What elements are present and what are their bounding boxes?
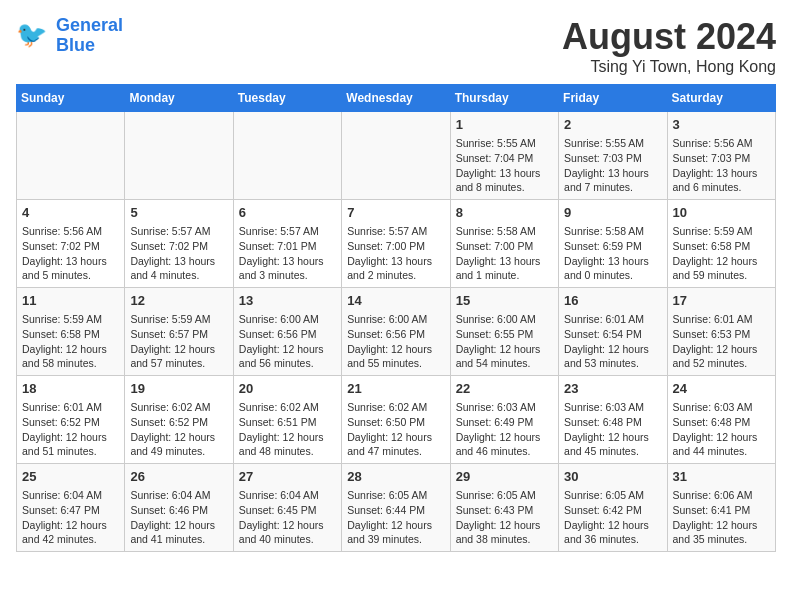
day-info: Sunrise: 6:05 AM Sunset: 6:42 PM Dayligh… (564, 488, 661, 547)
calendar-cell (125, 112, 233, 200)
day-number: 17 (673, 292, 770, 310)
calendar-cell: 25Sunrise: 6:04 AM Sunset: 6:47 PM Dayli… (17, 464, 125, 552)
calendar-cell: 9Sunrise: 5:58 AM Sunset: 6:59 PM Daylig… (559, 200, 667, 288)
day-number: 6 (239, 204, 336, 222)
day-number: 16 (564, 292, 661, 310)
day-info: Sunrise: 6:04 AM Sunset: 6:46 PM Dayligh… (130, 488, 227, 547)
day-info: Sunrise: 5:55 AM Sunset: 7:04 PM Dayligh… (456, 136, 553, 195)
calendar-cell: 5Sunrise: 5:57 AM Sunset: 7:02 PM Daylig… (125, 200, 233, 288)
title-block: August 2024 Tsing Yi Town, Hong Kong (562, 16, 776, 76)
day-number: 8 (456, 204, 553, 222)
calendar-cell: 19Sunrise: 6:02 AM Sunset: 6:52 PM Dayli… (125, 376, 233, 464)
logo-text: General Blue (56, 16, 123, 56)
weekday-header-sunday: Sunday (17, 85, 125, 112)
weekday-header-monday: Monday (125, 85, 233, 112)
day-info: Sunrise: 6:00 AM Sunset: 6:56 PM Dayligh… (239, 312, 336, 371)
calendar-cell (342, 112, 450, 200)
day-info: Sunrise: 6:00 AM Sunset: 6:56 PM Dayligh… (347, 312, 444, 371)
calendar-cell: 16Sunrise: 6:01 AM Sunset: 6:54 PM Dayli… (559, 288, 667, 376)
day-info: Sunrise: 6:02 AM Sunset: 6:52 PM Dayligh… (130, 400, 227, 459)
day-number: 24 (673, 380, 770, 398)
day-info: Sunrise: 5:56 AM Sunset: 7:02 PM Dayligh… (22, 224, 119, 283)
day-number: 5 (130, 204, 227, 222)
day-number: 18 (22, 380, 119, 398)
calendar-cell: 20Sunrise: 6:02 AM Sunset: 6:51 PM Dayli… (233, 376, 341, 464)
day-info: Sunrise: 6:04 AM Sunset: 6:45 PM Dayligh… (239, 488, 336, 547)
calendar-cell: 26Sunrise: 6:04 AM Sunset: 6:46 PM Dayli… (125, 464, 233, 552)
calendar-cell: 29Sunrise: 6:05 AM Sunset: 6:43 PM Dayli… (450, 464, 558, 552)
calendar-cell (233, 112, 341, 200)
day-info: Sunrise: 5:59 AM Sunset: 6:58 PM Dayligh… (673, 224, 770, 283)
calendar-cell: 28Sunrise: 6:05 AM Sunset: 6:44 PM Dayli… (342, 464, 450, 552)
day-info: Sunrise: 6:01 AM Sunset: 6:54 PM Dayligh… (564, 312, 661, 371)
day-number: 9 (564, 204, 661, 222)
day-number: 21 (347, 380, 444, 398)
page-header: 🐦 General Blue August 2024 Tsing Yi Town… (16, 16, 776, 76)
day-number: 3 (673, 116, 770, 134)
day-number: 14 (347, 292, 444, 310)
calendar-cell: 4Sunrise: 5:56 AM Sunset: 7:02 PM Daylig… (17, 200, 125, 288)
weekday-header-row: SundayMondayTuesdayWednesdayThursdayFrid… (17, 85, 776, 112)
day-info: Sunrise: 6:01 AM Sunset: 6:52 PM Dayligh… (22, 400, 119, 459)
day-number: 28 (347, 468, 444, 486)
calendar-cell: 8Sunrise: 5:58 AM Sunset: 7:00 PM Daylig… (450, 200, 558, 288)
calendar-cell: 2Sunrise: 5:55 AM Sunset: 7:03 PM Daylig… (559, 112, 667, 200)
calendar-cell: 18Sunrise: 6:01 AM Sunset: 6:52 PM Dayli… (17, 376, 125, 464)
weekday-header-wednesday: Wednesday (342, 85, 450, 112)
day-info: Sunrise: 6:00 AM Sunset: 6:55 PM Dayligh… (456, 312, 553, 371)
weekday-header-tuesday: Tuesday (233, 85, 341, 112)
day-info: Sunrise: 6:03 AM Sunset: 6:49 PM Dayligh… (456, 400, 553, 459)
day-number: 13 (239, 292, 336, 310)
day-number: 25 (22, 468, 119, 486)
calendar-cell: 7Sunrise: 5:57 AM Sunset: 7:00 PM Daylig… (342, 200, 450, 288)
logo: 🐦 General Blue (16, 16, 123, 56)
calendar-cell: 31Sunrise: 6:06 AM Sunset: 6:41 PM Dayli… (667, 464, 775, 552)
day-number: 1 (456, 116, 553, 134)
day-info: Sunrise: 5:56 AM Sunset: 7:03 PM Dayligh… (673, 136, 770, 195)
calendar-cell: 6Sunrise: 5:57 AM Sunset: 7:01 PM Daylig… (233, 200, 341, 288)
calendar-cell (17, 112, 125, 200)
logo-blue: Blue (56, 35, 95, 55)
weekday-header-friday: Friday (559, 85, 667, 112)
calendar-cell: 10Sunrise: 5:59 AM Sunset: 6:58 PM Dayli… (667, 200, 775, 288)
calendar-cell: 21Sunrise: 6:02 AM Sunset: 6:50 PM Dayli… (342, 376, 450, 464)
calendar-cell: 1Sunrise: 5:55 AM Sunset: 7:04 PM Daylig… (450, 112, 558, 200)
calendar-cell: 3Sunrise: 5:56 AM Sunset: 7:03 PM Daylig… (667, 112, 775, 200)
week-row-1: 1Sunrise: 5:55 AM Sunset: 7:04 PM Daylig… (17, 112, 776, 200)
week-row-5: 25Sunrise: 6:04 AM Sunset: 6:47 PM Dayli… (17, 464, 776, 552)
day-number: 27 (239, 468, 336, 486)
day-number: 20 (239, 380, 336, 398)
day-number: 7 (347, 204, 444, 222)
day-info: Sunrise: 5:58 AM Sunset: 7:00 PM Dayligh… (456, 224, 553, 283)
location-subtitle: Tsing Yi Town, Hong Kong (562, 58, 776, 76)
day-number: 30 (564, 468, 661, 486)
day-number: 4 (22, 204, 119, 222)
week-row-3: 11Sunrise: 5:59 AM Sunset: 6:58 PM Dayli… (17, 288, 776, 376)
calendar-cell: 22Sunrise: 6:03 AM Sunset: 6:49 PM Dayli… (450, 376, 558, 464)
day-number: 11 (22, 292, 119, 310)
day-number: 12 (130, 292, 227, 310)
day-number: 26 (130, 468, 227, 486)
calendar-cell: 27Sunrise: 6:04 AM Sunset: 6:45 PM Dayli… (233, 464, 341, 552)
day-info: Sunrise: 6:01 AM Sunset: 6:53 PM Dayligh… (673, 312, 770, 371)
day-number: 31 (673, 468, 770, 486)
weekday-header-thursday: Thursday (450, 85, 558, 112)
logo-icon: 🐦 (16, 18, 52, 54)
month-year-title: August 2024 (562, 16, 776, 58)
day-info: Sunrise: 6:02 AM Sunset: 6:51 PM Dayligh… (239, 400, 336, 459)
svg-text:🐦: 🐦 (16, 19, 48, 50)
calendar-cell: 11Sunrise: 5:59 AM Sunset: 6:58 PM Dayli… (17, 288, 125, 376)
day-info: Sunrise: 6:05 AM Sunset: 6:43 PM Dayligh… (456, 488, 553, 547)
day-info: Sunrise: 6:04 AM Sunset: 6:47 PM Dayligh… (22, 488, 119, 547)
day-info: Sunrise: 5:57 AM Sunset: 7:02 PM Dayligh… (130, 224, 227, 283)
calendar-cell: 13Sunrise: 6:00 AM Sunset: 6:56 PM Dayli… (233, 288, 341, 376)
calendar-cell: 17Sunrise: 6:01 AM Sunset: 6:53 PM Dayli… (667, 288, 775, 376)
calendar-cell: 23Sunrise: 6:03 AM Sunset: 6:48 PM Dayli… (559, 376, 667, 464)
day-number: 15 (456, 292, 553, 310)
calendar-table: SundayMondayTuesdayWednesdayThursdayFrid… (16, 84, 776, 552)
day-info: Sunrise: 6:03 AM Sunset: 6:48 PM Dayligh… (564, 400, 661, 459)
calendar-cell: 12Sunrise: 5:59 AM Sunset: 6:57 PM Dayli… (125, 288, 233, 376)
calendar-cell: 30Sunrise: 6:05 AM Sunset: 6:42 PM Dayli… (559, 464, 667, 552)
day-info: Sunrise: 5:57 AM Sunset: 7:01 PM Dayligh… (239, 224, 336, 283)
day-info: Sunrise: 5:55 AM Sunset: 7:03 PM Dayligh… (564, 136, 661, 195)
